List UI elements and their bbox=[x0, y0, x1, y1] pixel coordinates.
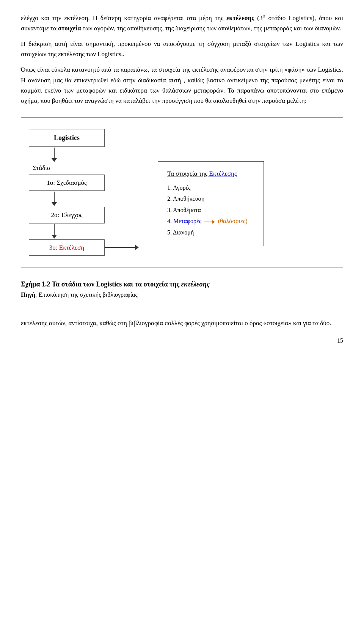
list-item-1: 1. Αγορές bbox=[167, 183, 254, 193]
arrow-metafores bbox=[204, 220, 215, 224]
arrow-logistics-to-stadion bbox=[52, 148, 57, 162]
orange-arrow-head bbox=[212, 220, 215, 224]
arrow-head-v1 bbox=[52, 158, 57, 162]
right-box-list: 1. Αγορές 2. Αποθήκευση 3. Αποθέματα 4. … bbox=[167, 183, 254, 238]
caption-italic: εκτέλεσης bbox=[181, 280, 210, 288]
stage3-row: 3ο: Εκτέλεση bbox=[29, 239, 139, 256]
paragraph-2-text: Η διάκριση αυτή είναι σημαντική, προκειμ… bbox=[21, 39, 343, 59]
horizontal-arrow-line bbox=[105, 247, 135, 248]
arrow-head-v2 bbox=[52, 202, 57, 206]
right-box-title: Τα στοιχεία της Εκτέλεσης bbox=[167, 168, 254, 179]
source-text: : Επισκόπηση της σχετικής βιβλιογραφίας bbox=[35, 291, 138, 298]
paragraph-1: ελέγχο και την εκτέλεση. Η δεύτερη κατηγ… bbox=[21, 11, 343, 33]
figure-caption: Σχήμα 1.2 Τα στάδια των Logistics και τα… bbox=[21, 279, 343, 299]
intro-paragraphs: ελέγχο και την εκτέλεση. Η δεύτερη κατηγ… bbox=[21, 11, 343, 106]
paragraph-3-text: Όπως είναι εύκολα κατανοητό από τα παραπ… bbox=[21, 65, 343, 106]
stadion-label: Στάδια bbox=[33, 163, 50, 173]
bottom-paragraph-text: εκτέλεσης αυτών, αντίστοιχα, καθώς στη β… bbox=[21, 318, 343, 328]
diagram-right-column: Τα στοιχεία της Εκτέλεσης 1. Αγορές 2. Α… bbox=[146, 138, 335, 246]
stage2-box: 2ο: Έλεγχος bbox=[29, 207, 105, 223]
stage1-box: 1ο: Σχεδιασμός bbox=[29, 175, 105, 191]
list-item-2: 2. Αποθήκευση bbox=[167, 194, 254, 204]
source-line: Πηγή: Επισκόπηση της σχετικής βιβλιογραφ… bbox=[21, 290, 343, 300]
list-item-5: 5. Διανομή bbox=[167, 228, 254, 238]
stage3-box: 3ο: Εκτέλεση bbox=[29, 239, 105, 256]
horizontal-arrow-head bbox=[135, 245, 139, 250]
caption-prefix: Σχήμα 1.2 Τα στάδια των Logistics και τα… bbox=[21, 280, 181, 288]
metafores-label: Μεταφορές bbox=[173, 218, 201, 224]
diagram-left-column: Logistics Στάδια 1ο: Σχεδιασμός 2ο: Έλεγ… bbox=[29, 129, 139, 256]
arrow-line-v2 bbox=[54, 192, 55, 202]
page-number: 15 bbox=[21, 336, 343, 346]
arrow-head-v3 bbox=[52, 235, 57, 239]
right-box-title-black: Τα στοιχεία της bbox=[167, 170, 209, 177]
figure-caption-text: Σχήμα 1.2 Τα στάδια των Logistics και τα… bbox=[21, 279, 343, 290]
bottom-paragraph: εκτέλεσης αυτών, αντίστοιχα, καθώς στη β… bbox=[21, 318, 343, 328]
thalassies-label: (θαλάσσιες) bbox=[218, 218, 247, 224]
arrow-stage2-to-stage3 bbox=[52, 224, 57, 239]
logistics-diagram: Logistics Στάδια 1ο: Σχεδιασμός 2ο: Έλεγ… bbox=[21, 117, 343, 267]
source-bold: Πηγή bbox=[21, 291, 35, 298]
arrow-line-v1 bbox=[54, 148, 55, 158]
paragraph-2: Η διάκριση αυτή είναι σημαντική, προκειμ… bbox=[21, 39, 343, 59]
logistics-box: Logistics bbox=[29, 129, 105, 147]
arrow-line-v3 bbox=[54, 224, 55, 235]
section-divider bbox=[21, 311, 343, 311]
arrow-stage3-to-right bbox=[105, 245, 139, 250]
right-info-box: Τα στοιχεία της Εκτέλεσης 1. Αγορές 2. Α… bbox=[158, 161, 264, 246]
paragraph-3: Όπως είναι εύκολα κατανοητό από τα παραπ… bbox=[21, 65, 343, 106]
arrow-stage1-to-stage2 bbox=[52, 192, 57, 206]
orange-arrow-line bbox=[204, 222, 212, 222]
paragraph-1-text: ελέγχο και την εκτέλεση. Η δεύτερη κατηγ… bbox=[21, 11, 343, 33]
list-item-3: 3. Αποθέματα bbox=[167, 205, 254, 215]
right-box-title-blue: Εκτέλεσης bbox=[209, 170, 237, 177]
list-item-4: 4. Μεταφορές (θαλάσσιες) bbox=[167, 216, 254, 226]
